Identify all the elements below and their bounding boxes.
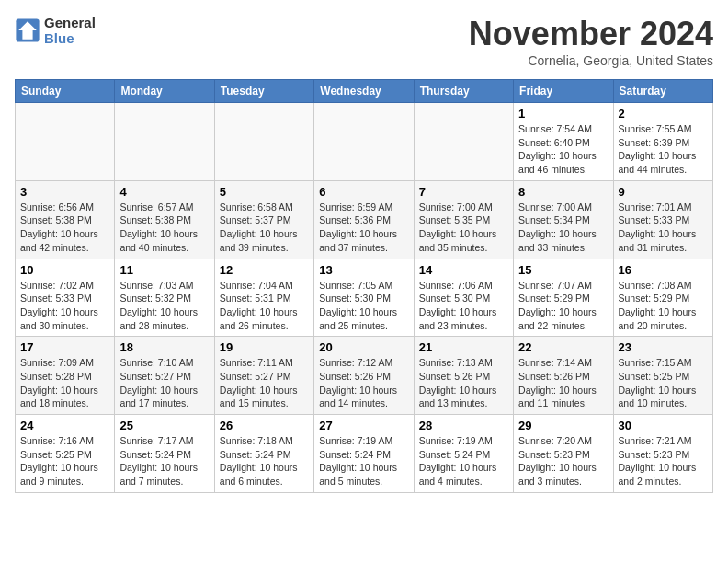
weekday-header: Saturday: [613, 80, 712, 103]
day-number: 6: [319, 185, 408, 199]
calendar-header-row: SundayMondayTuesdayWednesdayThursdayFrid…: [16, 80, 713, 103]
calendar-cell: 28Sunrise: 7:19 AMSunset: 5:24 PMDayligh…: [414, 415, 513, 493]
calendar-cell: 16Sunrise: 7:08 AMSunset: 5:29 PMDayligh…: [613, 259, 712, 337]
calendar-cell: 8Sunrise: 7:00 AMSunset: 5:34 PMDaylight…: [514, 180, 613, 259]
calendar-week-row: 17Sunrise: 7:09 AMSunset: 5:28 PMDayligh…: [16, 337, 713, 415]
day-info: Sunrise: 7:09 AMSunset: 5:28 PMDaylight:…: [20, 356, 109, 410]
calendar-cell: 25Sunrise: 7:17 AMSunset: 5:24 PMDayligh…: [115, 415, 214, 493]
day-number: 11: [119, 263, 209, 277]
calendar-cell: 13Sunrise: 7:05 AMSunset: 5:30 PMDayligh…: [314, 259, 414, 337]
day-info: Sunrise: 7:07 AMSunset: 5:29 PMDaylight:…: [518, 279, 608, 333]
day-info: Sunrise: 7:00 AMSunset: 5:35 PMDaylight:…: [419, 201, 508, 255]
day-info: Sunrise: 7:00 AMSunset: 5:34 PMDaylight:…: [518, 201, 608, 255]
day-number: 7: [419, 185, 508, 199]
calendar-cell: 2Sunrise: 7:55 AMSunset: 6:39 PMDaylight…: [613, 103, 712, 181]
calendar-cell: 20Sunrise: 7:12 AMSunset: 5:26 PMDayligh…: [314, 337, 414, 415]
weekday-header: Tuesday: [214, 80, 313, 103]
day-info: Sunrise: 7:10 AMSunset: 5:27 PMDaylight:…: [119, 356, 209, 410]
day-info: Sunrise: 7:20 AMSunset: 5:23 PMDaylight:…: [518, 434, 608, 488]
logo-line1: General: [44, 15, 96, 30]
calendar-week-row: 10Sunrise: 7:02 AMSunset: 5:33 PMDayligh…: [16, 259, 713, 337]
day-number: 28: [419, 419, 508, 432]
day-info: Sunrise: 7:05 AMSunset: 5:30 PMDaylight:…: [319, 279, 408, 333]
day-number: 2: [619, 107, 708, 121]
calendar-cell: 6Sunrise: 6:59 AMSunset: 5:36 PMDaylight…: [314, 180, 414, 259]
day-number: 21: [419, 340, 508, 354]
calendar-cell: 22Sunrise: 7:14 AMSunset: 5:26 PMDayligh…: [514, 337, 613, 415]
day-info: Sunrise: 7:13 AMSunset: 5:26 PMDaylight:…: [419, 356, 508, 410]
calendar-cell: 19Sunrise: 7:11 AMSunset: 5:27 PMDayligh…: [214, 337, 313, 415]
calendar-cell: 12Sunrise: 7:04 AMSunset: 5:31 PMDayligh…: [214, 259, 313, 337]
calendar-week-row: 3Sunrise: 6:56 AMSunset: 5:38 PMDaylight…: [16, 180, 713, 259]
calendar-cell: 11Sunrise: 7:03 AMSunset: 5:32 PMDayligh…: [115, 259, 214, 337]
day-number: 1: [518, 107, 608, 121]
day-number: 14: [419, 263, 508, 277]
month-title: November 2024: [469, 15, 713, 53]
calendar-cell: 9Sunrise: 7:01 AMSunset: 5:33 PMDaylight…: [613, 180, 712, 259]
title-block: November 2024 Cornelia, Georgia, United …: [469, 15, 713, 68]
weekday-header: Monday: [115, 80, 214, 103]
weekday-header: Wednesday: [314, 80, 414, 103]
calendar-week-row: 24Sunrise: 7:16 AMSunset: 5:25 PMDayligh…: [16, 415, 713, 493]
calendar-cell: 26Sunrise: 7:18 AMSunset: 5:24 PMDayligh…: [214, 415, 313, 493]
calendar-cell: 14Sunrise: 7:06 AMSunset: 5:30 PMDayligh…: [414, 259, 513, 337]
calendar-cell: 4Sunrise: 6:57 AMSunset: 5:38 PMDaylight…: [115, 180, 214, 259]
calendar-cell: 23Sunrise: 7:15 AMSunset: 5:25 PMDayligh…: [613, 337, 712, 415]
day-number: 12: [220, 263, 309, 277]
day-info: Sunrise: 7:54 AMSunset: 6:40 PMDaylight:…: [518, 122, 608, 177]
day-number: 30: [619, 419, 708, 432]
calendar-cell: [115, 103, 214, 181]
day-info: Sunrise: 7:16 AMSunset: 5:25 PMDaylight:…: [20, 434, 109, 488]
logo: General Blue: [15, 15, 96, 46]
calendar-cell: 21Sunrise: 7:13 AMSunset: 5:26 PMDayligh…: [414, 337, 513, 415]
location: Cornelia, Georgia, United States: [469, 53, 713, 68]
calendar-cell: 27Sunrise: 7:19 AMSunset: 5:24 PMDayligh…: [314, 415, 414, 493]
day-info: Sunrise: 7:19 AMSunset: 5:24 PMDaylight:…: [419, 434, 508, 488]
day-info: Sunrise: 7:21 AMSunset: 5:23 PMDaylight:…: [619, 434, 708, 488]
day-number: 22: [518, 340, 608, 354]
day-info: Sunrise: 7:06 AMSunset: 5:30 PMDaylight:…: [419, 279, 508, 333]
calendar-week-row: 1Sunrise: 7:54 AMSunset: 6:40 PMDaylight…: [16, 103, 713, 181]
calendar-table: SundayMondayTuesdayWednesdayThursdayFrid…: [15, 79, 713, 493]
calendar-cell: 3Sunrise: 6:56 AMSunset: 5:38 PMDaylight…: [16, 180, 115, 259]
calendar-cell: [314, 103, 414, 181]
calendar-cell: 5Sunrise: 6:58 AMSunset: 5:37 PMDaylight…: [214, 180, 313, 259]
day-number: 15: [518, 263, 608, 277]
logo-icon: [15, 17, 40, 43]
day-info: Sunrise: 7:14 AMSunset: 5:26 PMDaylight:…: [518, 356, 608, 410]
day-info: Sunrise: 7:04 AMSunset: 5:31 PMDaylight:…: [220, 279, 309, 333]
day-number: 16: [619, 263, 708, 277]
day-info: Sunrise: 7:08 AMSunset: 5:29 PMDaylight:…: [619, 279, 708, 333]
day-number: 9: [619, 185, 708, 199]
calendar-cell: 17Sunrise: 7:09 AMSunset: 5:28 PMDayligh…: [16, 337, 115, 415]
day-number: 13: [319, 263, 408, 277]
day-number: 24: [20, 419, 109, 432]
calendar-cell: 24Sunrise: 7:16 AMSunset: 5:25 PMDayligh…: [16, 415, 115, 493]
day-number: 5: [220, 185, 309, 199]
calendar-cell: [414, 103, 513, 181]
day-info: Sunrise: 6:56 AMSunset: 5:38 PMDaylight:…: [20, 201, 109, 255]
calendar-cell: 30Sunrise: 7:21 AMSunset: 5:23 PMDayligh…: [613, 415, 712, 493]
weekday-header: Thursday: [414, 80, 513, 103]
calendar-cell: 29Sunrise: 7:20 AMSunset: 5:23 PMDayligh…: [514, 415, 613, 493]
calendar-cell: 18Sunrise: 7:10 AMSunset: 5:27 PMDayligh…: [115, 337, 214, 415]
day-number: 29: [518, 419, 608, 432]
day-info: Sunrise: 7:03 AMSunset: 5:32 PMDaylight:…: [119, 279, 209, 333]
logo-line2: Blue: [44, 30, 96, 46]
day-number: 18: [119, 340, 209, 354]
day-number: 8: [518, 185, 608, 199]
day-number: 4: [119, 185, 209, 199]
weekday-header: Sunday: [16, 80, 115, 103]
page-header: General Blue November 2024 Cornelia, Geo…: [15, 15, 713, 68]
day-info: Sunrise: 6:59 AMSunset: 5:36 PMDaylight:…: [319, 201, 408, 255]
calendar-cell: 15Sunrise: 7:07 AMSunset: 5:29 PMDayligh…: [514, 259, 613, 337]
day-number: 25: [119, 419, 209, 432]
calendar-cell: [214, 103, 313, 181]
calendar-cell: [16, 103, 115, 181]
day-info: Sunrise: 7:17 AMSunset: 5:24 PMDaylight:…: [119, 434, 209, 488]
day-info: Sunrise: 7:01 AMSunset: 5:33 PMDaylight:…: [619, 201, 708, 255]
day-info: Sunrise: 7:15 AMSunset: 5:25 PMDaylight:…: [619, 356, 708, 410]
day-info: Sunrise: 6:58 AMSunset: 5:37 PMDaylight:…: [220, 201, 309, 255]
day-info: Sunrise: 7:02 AMSunset: 5:33 PMDaylight:…: [20, 279, 109, 333]
day-info: Sunrise: 6:57 AMSunset: 5:38 PMDaylight:…: [119, 201, 209, 255]
